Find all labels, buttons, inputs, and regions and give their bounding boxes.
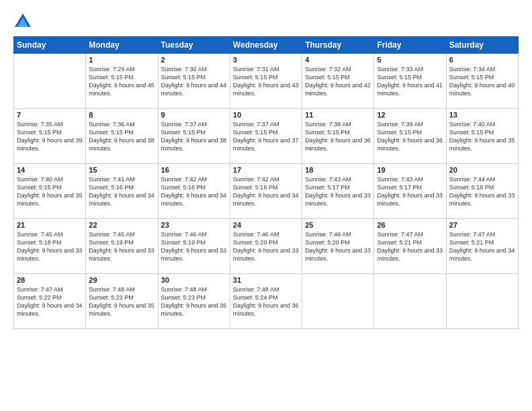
cell-info: Sunrise: 7:31 AM Sunset: 5:15 PM Dayligh… bbox=[233, 65, 299, 98]
day-number: 27 bbox=[449, 221, 515, 229]
calendar-cell: 31Sunrise: 7:48 AM Sunset: 5:24 PM Dayli… bbox=[230, 274, 302, 329]
day-header-sunday: Sunday bbox=[14, 37, 86, 54]
cell-info: Sunrise: 7:39 AM Sunset: 5:15 PM Dayligh… bbox=[377, 120, 443, 153]
day-number: 3 bbox=[233, 56, 299, 64]
cell-info: Sunrise: 7:30 AM Sunset: 5:15 PM Dayligh… bbox=[161, 65, 227, 98]
calendar-cell: 15Sunrise: 7:41 AM Sunset: 5:16 PM Dayli… bbox=[86, 164, 158, 219]
calendar-cell: 6Sunrise: 7:34 AM Sunset: 5:15 PM Daylig… bbox=[446, 54, 518, 109]
day-number: 31 bbox=[233, 276, 299, 284]
week-row-2: 14Sunrise: 7:40 AM Sunset: 5:15 PM Dayli… bbox=[14, 164, 519, 219]
cell-info: Sunrise: 7:48 AM Sunset: 5:23 PM Dayligh… bbox=[89, 285, 154, 318]
calendar-cell: 4Sunrise: 7:32 AM Sunset: 5:15 PM Daylig… bbox=[302, 54, 374, 109]
calendar-cell: 22Sunrise: 7:45 AM Sunset: 5:19 PM Dayli… bbox=[86, 219, 158, 274]
day-number: 13 bbox=[449, 111, 515, 119]
calendar-cell: 28Sunrise: 7:47 AM Sunset: 5:22 PM Dayli… bbox=[14, 274, 86, 329]
day-number: 10 bbox=[233, 111, 299, 119]
day-number: 28 bbox=[17, 276, 83, 284]
cell-info: Sunrise: 7:32 AM Sunset: 5:15 PM Dayligh… bbox=[305, 65, 371, 98]
day-number: 4 bbox=[305, 56, 371, 64]
day-number: 9 bbox=[161, 111, 227, 119]
day-number: 2 bbox=[161, 56, 227, 64]
calendar-cell: 25Sunrise: 7:46 AM Sunset: 5:20 PM Dayli… bbox=[302, 219, 374, 274]
cell-info: Sunrise: 7:35 AM Sunset: 5:15 PM Dayligh… bbox=[17, 120, 83, 153]
day-number: 25 bbox=[305, 221, 371, 229]
calendar-cell: 13Sunrise: 7:40 AM Sunset: 5:15 PM Dayli… bbox=[446, 109, 518, 164]
week-row-4: 28Sunrise: 7:47 AM Sunset: 5:22 PM Dayli… bbox=[14, 274, 519, 329]
cell-info: Sunrise: 7:34 AM Sunset: 5:15 PM Dayligh… bbox=[449, 65, 515, 98]
cell-info: Sunrise: 7:40 AM Sunset: 5:15 PM Dayligh… bbox=[17, 175, 83, 208]
cell-info: Sunrise: 7:47 AM Sunset: 5:21 PM Dayligh… bbox=[449, 230, 515, 263]
calendar-cell: 3Sunrise: 7:31 AM Sunset: 5:15 PM Daylig… bbox=[230, 54, 302, 109]
cell-info: Sunrise: 7:37 AM Sunset: 5:15 PM Dayligh… bbox=[233, 120, 299, 153]
day-header-monday: Monday bbox=[86, 37, 158, 54]
calendar-cell: 30Sunrise: 7:48 AM Sunset: 5:23 PM Dayli… bbox=[158, 274, 230, 329]
calendar-cell: 14Sunrise: 7:40 AM Sunset: 5:15 PM Dayli… bbox=[14, 164, 86, 219]
cell-info: Sunrise: 7:48 AM Sunset: 5:23 PM Dayligh… bbox=[161, 285, 227, 318]
calendar-cell: 20Sunrise: 7:44 AM Sunset: 5:18 PM Dayli… bbox=[446, 164, 518, 219]
calendar-cell: 18Sunrise: 7:43 AM Sunset: 5:17 PM Dayli… bbox=[302, 164, 374, 219]
day-number: 19 bbox=[377, 166, 443, 174]
day-number: 12 bbox=[377, 111, 443, 119]
cell-info: Sunrise: 7:42 AM Sunset: 5:16 PM Dayligh… bbox=[233, 175, 299, 208]
calendar-cell: 24Sunrise: 7:46 AM Sunset: 5:20 PM Dayli… bbox=[230, 219, 302, 274]
cell-info: Sunrise: 7:40 AM Sunset: 5:15 PM Dayligh… bbox=[449, 120, 515, 153]
cell-info: Sunrise: 7:41 AM Sunset: 5:16 PM Dayligh… bbox=[89, 175, 154, 208]
cell-info: Sunrise: 7:36 AM Sunset: 5:15 PM Dayligh… bbox=[89, 120, 154, 153]
cell-info: Sunrise: 7:37 AM Sunset: 5:15 PM Dayligh… bbox=[161, 120, 227, 153]
cell-info: Sunrise: 7:33 AM Sunset: 5:15 PM Dayligh… bbox=[377, 65, 443, 98]
calendar-cell: 21Sunrise: 7:45 AM Sunset: 5:18 PM Dayli… bbox=[14, 219, 86, 274]
day-header-tuesday: Tuesday bbox=[158, 37, 230, 54]
day-number: 18 bbox=[305, 166, 371, 174]
day-header-saturday: Saturday bbox=[446, 37, 518, 54]
cell-info: Sunrise: 7:43 AM Sunset: 5:17 PM Dayligh… bbox=[377, 175, 443, 208]
day-number: 16 bbox=[161, 166, 227, 174]
calendar-cell: 2Sunrise: 7:30 AM Sunset: 5:15 PM Daylig… bbox=[158, 54, 230, 109]
day-number: 29 bbox=[89, 276, 154, 284]
header bbox=[13, 12, 519, 31]
cell-info: Sunrise: 7:47 AM Sunset: 5:22 PM Dayligh… bbox=[17, 285, 83, 318]
calendar-cell: 9Sunrise: 7:37 AM Sunset: 5:15 PM Daylig… bbox=[158, 109, 230, 164]
cell-info: Sunrise: 7:45 AM Sunset: 5:19 PM Dayligh… bbox=[89, 230, 154, 263]
calendar-cell: 19Sunrise: 7:43 AM Sunset: 5:17 PM Dayli… bbox=[374, 164, 446, 219]
day-header-friday: Friday bbox=[374, 37, 446, 54]
day-number: 8 bbox=[89, 111, 154, 119]
day-header-thursday: Thursday bbox=[302, 37, 374, 54]
day-number: 20 bbox=[449, 166, 515, 174]
cell-info: Sunrise: 7:46 AM Sunset: 5:19 PM Dayligh… bbox=[161, 230, 227, 263]
cell-info: Sunrise: 7:29 AM Sunset: 5:15 PM Dayligh… bbox=[89, 65, 154, 98]
cell-info: Sunrise: 7:43 AM Sunset: 5:17 PM Dayligh… bbox=[305, 175, 371, 208]
day-number: 22 bbox=[89, 221, 154, 229]
calendar-cell: 7Sunrise: 7:35 AM Sunset: 5:15 PM Daylig… bbox=[14, 109, 86, 164]
calendar-header-row: SundayMondayTuesdayWednesdayThursdayFrid… bbox=[14, 37, 519, 54]
day-number: 21 bbox=[17, 221, 83, 229]
cell-info: Sunrise: 7:44 AM Sunset: 5:18 PM Dayligh… bbox=[449, 175, 515, 208]
calendar-cell: 12Sunrise: 7:39 AM Sunset: 5:15 PM Dayli… bbox=[374, 109, 446, 164]
day-header-wednesday: Wednesday bbox=[230, 37, 302, 54]
cell-info: Sunrise: 7:38 AM Sunset: 5:15 PM Dayligh… bbox=[305, 120, 371, 153]
day-number: 30 bbox=[161, 276, 227, 284]
calendar: SundayMondayTuesdayWednesdayThursdayFrid… bbox=[13, 36, 519, 329]
calendar-cell: 27Sunrise: 7:47 AM Sunset: 5:21 PM Dayli… bbox=[446, 219, 518, 274]
calendar-cell bbox=[446, 274, 518, 329]
day-number: 14 bbox=[17, 166, 83, 174]
day-number: 1 bbox=[89, 56, 154, 64]
calendar-cell: 1Sunrise: 7:29 AM Sunset: 5:15 PM Daylig… bbox=[86, 54, 158, 109]
week-row-1: 7Sunrise: 7:35 AM Sunset: 5:15 PM Daylig… bbox=[14, 109, 519, 164]
calendar-cell: 23Sunrise: 7:46 AM Sunset: 5:19 PM Dayli… bbox=[158, 219, 230, 274]
calendar-cell: 10Sunrise: 7:37 AM Sunset: 5:15 PM Dayli… bbox=[230, 109, 302, 164]
cell-info: Sunrise: 7:45 AM Sunset: 5:18 PM Dayligh… bbox=[17, 230, 83, 263]
day-number: 5 bbox=[377, 56, 443, 64]
day-number: 26 bbox=[377, 221, 443, 229]
day-number: 17 bbox=[233, 166, 299, 174]
week-row-0: 1Sunrise: 7:29 AM Sunset: 5:15 PM Daylig… bbox=[14, 54, 519, 109]
calendar-cell: 8Sunrise: 7:36 AM Sunset: 5:15 PM Daylig… bbox=[86, 109, 158, 164]
day-number: 11 bbox=[305, 111, 371, 119]
page: SundayMondayTuesdayWednesdayThursdayFrid… bbox=[0, 0, 532, 411]
day-number: 24 bbox=[233, 221, 299, 229]
week-row-3: 21Sunrise: 7:45 AM Sunset: 5:18 PM Dayli… bbox=[14, 219, 519, 274]
day-number: 7 bbox=[17, 111, 83, 119]
cell-info: Sunrise: 7:46 AM Sunset: 5:20 PM Dayligh… bbox=[233, 230, 299, 263]
logo bbox=[13, 12, 35, 31]
calendar-cell bbox=[14, 54, 86, 109]
cell-info: Sunrise: 7:46 AM Sunset: 5:20 PM Dayligh… bbox=[305, 230, 371, 263]
